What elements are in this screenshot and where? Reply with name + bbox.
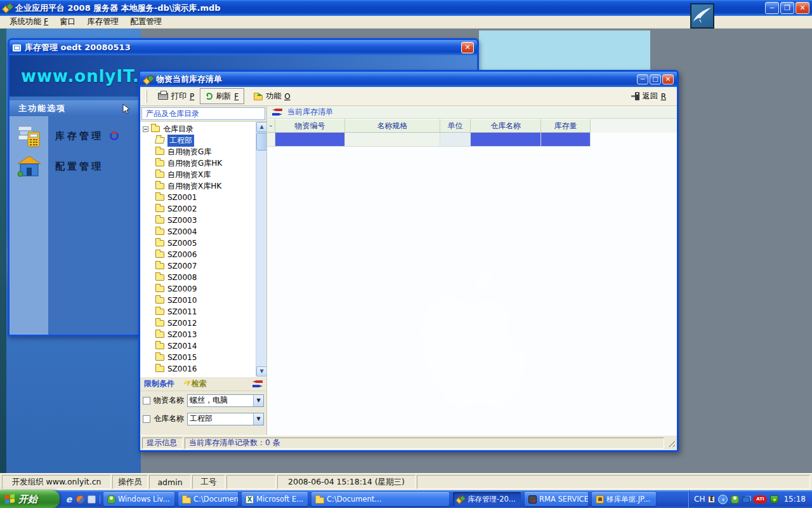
inner-minimize-button[interactable]: ─ [637,74,648,84]
chevron-left-icon[interactable]: ‹ [718,495,728,504]
windows-flag-icon [5,494,15,504]
chevron-down-icon[interactable]: ▼ [253,395,263,406]
inventory-icon [17,124,41,148]
refresh-button[interactable]: 刷新F [200,88,244,104]
menu-item-window[interactable]: 窗口 [54,16,81,28]
taskbar-button-label: RMA SERVICE [539,495,588,504]
search-button[interactable]: 检索 [192,378,207,389]
scroll-down-icon[interactable]: ▼ [256,366,266,377]
ati-icon[interactable]: ATI [753,495,767,504]
taskbar-button[interactable]: 移库单据.JP... [592,492,656,506]
inner-close-button[interactable]: ✕ [662,74,674,84]
warehouse-name-combo[interactable]: 工程部 ▼ [187,413,264,425]
window-icon[interactable] [88,495,96,504]
grid-body [267,147,677,435]
taskbar-button[interactable]: XMicrosoft E... [242,492,308,506]
tree-item[interactable]: 工程部 [140,135,256,146]
menu-item-config[interactable]: 配置管理 [124,16,167,28]
grid-cell[interactable] [541,133,591,147]
tree-scrollbar[interactable]: ▲ ▼ [256,122,266,377]
material-name-checkbox[interactable] [143,397,150,404]
warehouse-name-checkbox[interactable] [143,415,150,423]
tree-item[interactable]: 自用物资G库HK [140,157,256,169]
grid-row[interactable] [267,133,677,147]
grid-cell[interactable] [345,133,440,147]
column-header[interactable]: 单位 [440,119,471,133]
column-header[interactable]: 仓库名称 [471,119,541,133]
close-button[interactable]: ✕ [796,2,809,14]
column-header[interactable]: - [267,119,275,133]
tree-item[interactable]: SZ0004 [140,226,256,237]
taskbar-button[interactable]: C:\Document... [311,492,449,506]
statusbar-cell [226,475,276,489]
tree-item[interactable]: SZ0007 [140,260,256,272]
loading-spinner-icon [110,131,119,140]
app-icon [457,495,465,504]
sidebar-item-label: 库存管理 [55,130,103,142]
list-caption-bar: 当前库存清单 [267,106,677,119]
tree-item[interactable]: 自用物资X库HK [140,180,256,192]
grid-cell[interactable] [275,133,345,147]
material-name-combo[interactable]: 螺丝，电脑 ▼ [187,394,264,407]
minimize-button[interactable]: ─ [765,2,779,14]
print-button[interactable]: 打印P [152,88,200,104]
taskbar-button[interactable]: RMA SERVICE [525,492,588,506]
tree-item[interactable]: SZ0002 [140,203,256,215]
tree-root[interactable]: 仓库目录 [140,123,256,135]
taskbar-button[interactable]: 库存管理-20... [453,492,521,506]
return-button[interactable]: 返回R [629,88,672,104]
outer-close-button[interactable]: ✕ [461,42,474,53]
keyboard-icon[interactable]: E [708,496,715,503]
tree-item[interactable]: SZ0014 [140,340,256,352]
column-header[interactable]: 名称规格 [345,119,440,133]
tree-item[interactable]: SZ0011 [140,306,256,318]
messenger-tray-icon[interactable] [731,495,739,504]
inner-titlebar[interactable]: 物资当前库存清单 ─ □ ✕ [140,72,677,87]
tree-item[interactable]: 自用物资X库 [140,169,256,180]
swap-icon[interactable] [252,380,263,387]
collapse-icon[interactable] [143,126,148,132]
display-icon[interactable] [742,497,750,503]
tree-item[interactable]: SZ0009 [140,283,256,295]
tree-item[interactable]: SZ0013 [140,329,256,340]
tree-item[interactable]: SZ0001 [140,192,256,203]
bird-logo-icon [690,3,714,29]
tree-item[interactable]: 自用物资G库 [140,146,256,157]
restore-button[interactable]: ❐ [780,2,794,14]
functions-button[interactable]: 功能O [248,88,296,104]
column-header[interactable]: 物资编号 [275,119,345,133]
tree-item[interactable]: SZ0003 [140,215,256,226]
printer-icon [158,93,168,100]
tree-item[interactable]: SZ0008 [140,272,256,283]
grid-cell[interactable] [267,133,275,147]
taskbar-button[interactable]: C:\Document... [178,492,238,506]
filter-row-material: 物资名称 螺丝，电脑 ▼ [140,391,266,410]
tree-item[interactable]: SZ0012 [140,318,256,329]
media-player-icon[interactable] [76,495,84,504]
tree-item[interactable]: SZ0006 [140,249,256,260]
outer-titlebar[interactable]: 库存管理 oedt 20080513 ✕ [10,40,477,55]
grid-cell[interactable] [471,133,541,147]
tree-item[interactable]: SZ0010 [140,295,256,306]
resize-grip[interactable] [667,439,675,447]
shield-icon[interactable] [770,495,778,504]
column-header[interactable]: 库存量 [541,119,591,133]
menu-item-inventory[interactable]: 库存管理 [81,16,124,28]
tree-item[interactable]: SZ0016 [140,363,256,375]
sidebar-item-inventory[interactable]: 库存管理 [10,121,140,150]
language-indicator[interactable]: CH [694,495,705,504]
start-button[interactable]: 开始 [0,490,60,508]
tree-item[interactable]: SZ0005 [140,237,256,249]
scrollbar-thumb[interactable] [256,133,266,150]
filter-title: 限制条件 [144,378,174,389]
folder-icon [155,320,164,326]
ie-icon[interactable]: e [65,495,73,504]
scroll-up-icon[interactable]: ▲ [256,122,266,132]
taskbar-button[interactable]: Windows Liv... [103,492,174,506]
chevron-down-icon[interactable]: ▼ [253,413,263,425]
inner-maximize-button[interactable]: □ [650,74,661,84]
menu-item-system[interactable]: 系统功能 F [4,16,54,28]
grid-cell[interactable] [440,133,471,147]
sidebar-item-config[interactable]: 配置管理 [10,152,140,181]
tree-item[interactable]: SZ0015 [140,352,256,363]
